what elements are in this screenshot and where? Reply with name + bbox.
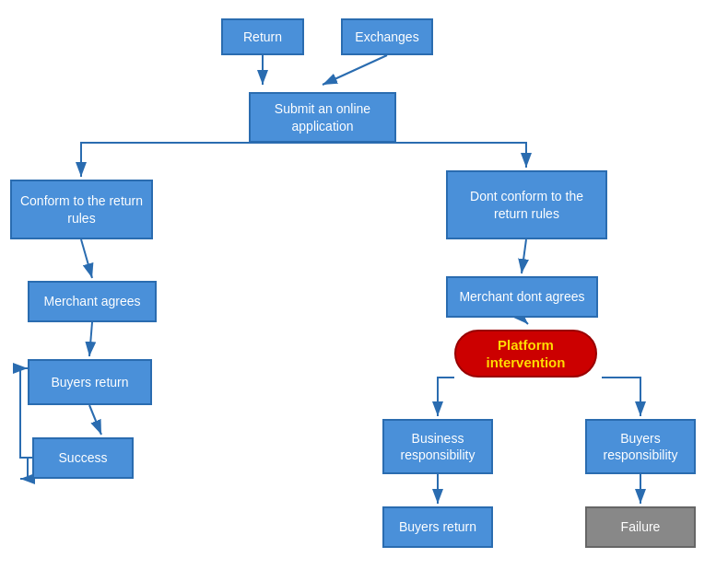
- dont-conform-box: Dont conform to the return rules: [446, 170, 607, 239]
- svg-line-7: [522, 318, 528, 324]
- buyers-responsibility-box: Buyers responsibility: [585, 419, 696, 474]
- platform-intervention-box: Platform intervention: [454, 330, 597, 378]
- business-responsibility-box: Business responsibility: [382, 419, 493, 474]
- merchant-agrees-box: Merchant agrees: [28, 281, 157, 322]
- svg-line-2: [323, 55, 387, 85]
- svg-line-6: [522, 239, 526, 273]
- return-box: Return: [221, 18, 304, 55]
- conform-box: Conform to the return rules: [10, 180, 153, 239]
- flowchart-diagram: Return Exchanges Submit an online applic…: [0, 0, 728, 581]
- svg-line-4: [89, 322, 92, 356]
- svg-line-3: [81, 239, 92, 278]
- failure-box: Failure: [585, 506, 696, 548]
- exchanges-box: Exchanges: [341, 18, 433, 55]
- submit-box: Submit an online application: [249, 92, 396, 143]
- merchant-dont-box: Merchant dont agrees: [446, 276, 598, 318]
- svg-line-5: [89, 405, 101, 435]
- success-box: Success: [32, 437, 134, 479]
- buyers-return-right-box: Buyers return: [382, 506, 493, 548]
- buyers-return-left-box: Buyers return: [28, 359, 152, 405]
